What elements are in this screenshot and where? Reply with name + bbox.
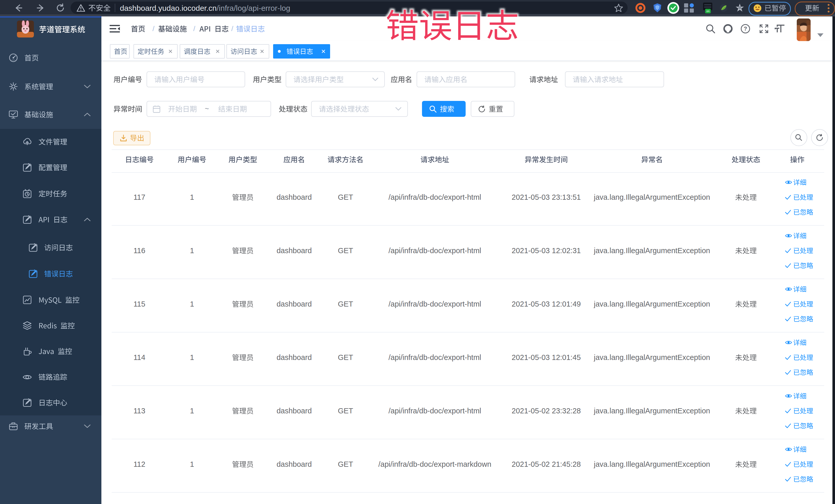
- svg-text:?: ?: [744, 25, 747, 32]
- svg-text:on: on: [707, 9, 710, 13]
